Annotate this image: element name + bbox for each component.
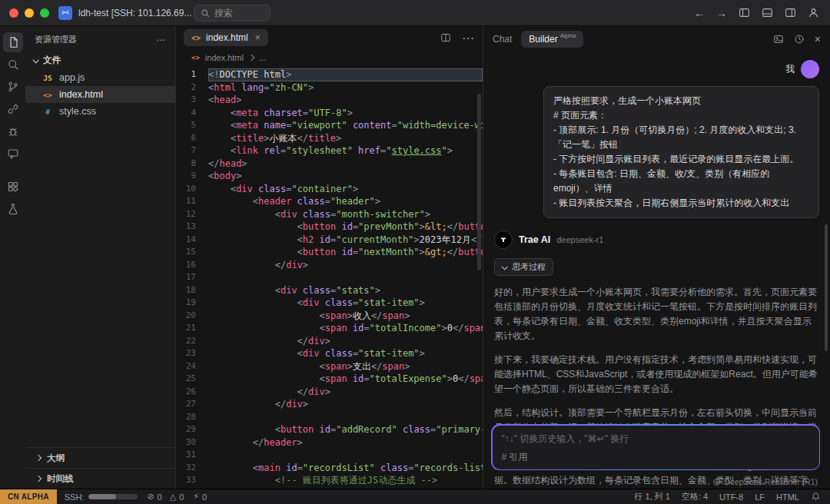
code-line[interactable]: 28 — [176, 411, 483, 424]
outline-section[interactable]: 大纲 — [25, 447, 175, 468]
problems-status[interactable]: ⊘0 △0 — [147, 492, 184, 502]
code-line[interactable]: 29 <button id="addRecord" class="primary… — [176, 423, 483, 436]
tab-builder[interactable]: Builder Alpha — [521, 31, 583, 48]
breadcrumb[interactable]: <> index.html ... — [176, 49, 483, 66]
code-line[interactable]: 3<head> — [176, 94, 483, 107]
chat-input[interactable]: "↑↓" 切换历史输入，"⌘↵" 换行 # 引用 — [493, 426, 819, 469]
eol-sequence[interactable]: LF — [755, 492, 765, 502]
tab-index-html[interactable]: <> index.html × — [184, 29, 268, 46]
extensions-icon[interactable] — [3, 177, 23, 197]
file-item-app.js[interactable]: JSapp.js — [25, 69, 175, 86]
zoom-window-button[interactable] — [40, 8, 49, 18]
chat-input-border: "↑↓" 切换历史输入，"⌘↵" 换行 # 引用 — [491, 424, 820, 470]
model-selector[interactable]: DeepSeek-Reasoner (R1) — [712, 477, 818, 486]
code-line[interactable]: 27 </div> — [176, 398, 483, 411]
line-number: 33 — [176, 474, 208, 487]
file-item-index.html[interactable]: <>index.html — [25, 86, 175, 103]
search-input[interactable]: 搜索 — [194, 5, 271, 22]
code-line[interactable]: 11 <header class="header"> — [176, 195, 483, 208]
code-line[interactable]: 33 <!-- 账目列表将通过JS动态生成 --> — [176, 474, 483, 487]
editor-scrollbar[interactable] — [477, 94, 481, 270]
code-line[interactable]: 23 <div class="stat-item"> — [176, 347, 483, 360]
history-icon[interactable] — [794, 34, 805, 45]
code-line[interactable]: 18 <div class="stats"> — [176, 284, 483, 297]
chat-input-placeholder: "↑↓" 切换历史输入，"⌘↵" 换行 — [502, 433, 810, 446]
line-content: <div class="month-switcher"> — [208, 208, 483, 221]
close-tab-icon[interactable]: × — [255, 32, 261, 43]
close-window-button[interactable] — [9, 8, 18, 18]
files-section-header[interactable]: 文件 — [25, 51, 175, 69]
indentation[interactable]: 空格: 4 — [682, 491, 708, 502]
code-line[interactable]: 31 — [176, 449, 483, 462]
tab-chat[interactable]: Chat — [493, 34, 512, 45]
code-line[interactable]: 32 <main id="recordsList" class="records… — [176, 462, 483, 475]
line-number: 32 — [176, 462, 208, 475]
notifications-bell-icon[interactable] — [811, 492, 821, 502]
ports-status[interactable]: ⚡0 — [193, 492, 207, 502]
labs-icon[interactable] — [3, 199, 23, 219]
code-line[interactable]: 10 <div class="container"> — [176, 183, 483, 196]
code-line[interactable]: 9<body> — [176, 170, 483, 183]
account-icon[interactable] — [808, 7, 819, 18]
search-icon[interactable] — [3, 55, 23, 75]
ssh-status[interactable]: SSH: — [65, 492, 138, 502]
image-icon[interactable] — [773, 34, 784, 45]
code-line[interactable]: 13 <button id="prevMonth">&lt;</button> — [176, 220, 483, 234]
source-control-icon[interactable] — [3, 77, 23, 97]
window-title[interactable]: ldh-test [SSH: 101.126.69... — [78, 8, 201, 18]
code-line[interactable]: 12 <div class="month-switcher"> — [176, 208, 483, 221]
timeline-section[interactable]: 时间线 — [25, 468, 175, 489]
line-content: <span id="totalIncome">0</span> — [208, 322, 483, 335]
minimize-window-button[interactable] — [25, 8, 34, 18]
line-number: 16 — [176, 259, 208, 272]
toggle-panel-icon[interactable] — [762, 7, 773, 18]
chevron-right-icon — [248, 55, 254, 61]
code-line[interactable]: 17 — [176, 271, 483, 284]
code-lines[interactable]: 1<!DOCTYPE html>2<html lang="zh-CN">3<he… — [176, 66, 483, 489]
encoding[interactable]: UTF-8 — [719, 492, 743, 502]
remote-icon[interactable] — [3, 99, 23, 119]
code-line[interactable]: 14 <h2 id="currentMonth">2023年12月</h2> — [176, 234, 483, 247]
assistant-row: Trae AI deepseek-r1 — [494, 230, 819, 249]
code-line[interactable]: 25 <span id="totalExpense">0</span> — [176, 373, 483, 386]
code-line[interactable]: 6 <title>小账本</title> — [176, 132, 483, 145]
split-editor-icon[interactable] — [440, 32, 451, 43]
code-line[interactable]: 8</head> — [176, 158, 483, 171]
code-line[interactable]: 24 <span>支出</span> — [176, 360, 483, 373]
cursor-position[interactable]: 行 1, 列 1 — [634, 491, 669, 502]
code-line[interactable]: 1<!DOCTYPE html> — [176, 68, 483, 81]
language-mode[interactable]: HTML — [776, 492, 799, 502]
forward-button[interactable]: → — [716, 7, 727, 19]
sidebar-more-button[interactable]: ⋯ — [156, 35, 166, 45]
reference-button[interactable]: # 引用 — [502, 451, 528, 464]
thought-paragraph: 好的，用户要求生成一个小账本网页，我需要分析他的需求。首先，页面元素要包括顶部的… — [494, 285, 819, 343]
code-line[interactable]: 30 </header> — [176, 436, 483, 449]
chat-scrollbar[interactable] — [825, 224, 828, 351]
chat-header-icons: × — [773, 33, 821, 45]
more-actions-icon[interactable]: ⋯ — [462, 31, 475, 45]
file-item-style.css[interactable]: #style.css — [25, 103, 175, 120]
code-line[interactable]: 2<html lang="zh-CN"> — [176, 81, 483, 94]
debug-icon[interactable] — [3, 121, 23, 141]
toggle-secondary-sidebar-icon[interactable] — [785, 7, 796, 18]
code-line[interactable]: 7 <link rel="stylesheet" href="style.css… — [176, 144, 483, 158]
code-line[interactable]: 5 <meta name="viewport" content="width=d… — [176, 119, 483, 132]
toggle-sidebar-icon[interactable] — [739, 7, 750, 18]
explorer-icon[interactable] — [3, 32, 23, 52]
cn-alpha-badge[interactable]: CN ALPHA — [0, 489, 57, 504]
code-line[interactable]: 22 </div> — [176, 335, 483, 348]
code-line[interactable]: 26 </div> — [176, 386, 483, 399]
back-button[interactable]: ← — [694, 7, 705, 19]
code-line[interactable]: 19 <div class="stat-item"> — [176, 297, 483, 310]
timeline-label: 时间线 — [47, 473, 74, 485]
code-line[interactable]: 15 <button id="nextMonth">&gt;</button> — [176, 246, 483, 259]
thought-process-toggle[interactable]: 思考过程 — [494, 258, 553, 276]
comments-icon[interactable] — [3, 144, 23, 164]
code-line[interactable]: 20 <span>收入</span> — [176, 310, 483, 323]
code-line[interactable]: 4 <meta charset="UTF-8"> — [176, 107, 483, 120]
close-panel-icon[interactable]: × — [815, 33, 821, 45]
code-line[interactable]: 21 <span id="totalIncome">0</span> — [176, 322, 483, 335]
code-line[interactable]: 16 </div> — [176, 259, 483, 272]
breadcrumb-file[interactable]: index.html — [205, 53, 244, 62]
breadcrumb-more[interactable]: ... — [259, 53, 266, 62]
